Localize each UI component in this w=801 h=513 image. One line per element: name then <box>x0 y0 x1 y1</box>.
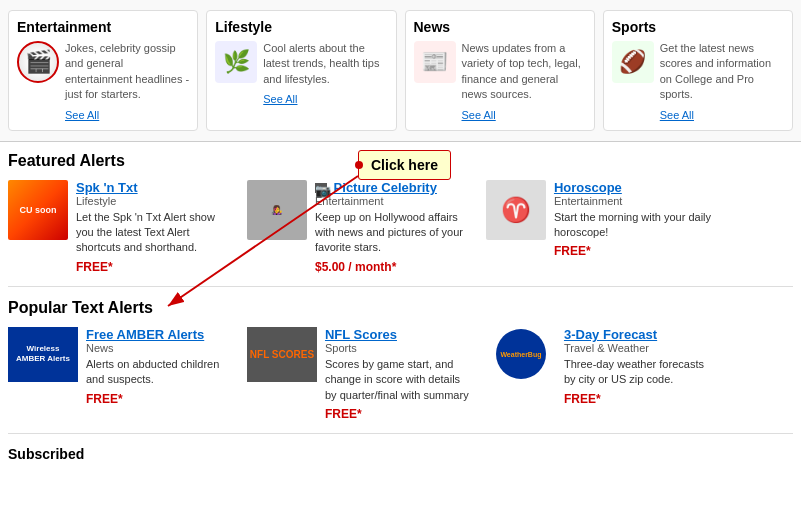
nfl-desc: Scores by game start, and change in scor… <box>325 357 474 403</box>
category-title-lifestyle: Lifestyle <box>215 19 387 35</box>
featured-alerts-grid: CU soon Spk 'n Txt Lifestyle Let the Spk… <box>8 180 793 274</box>
sports-icon: 🏈 <box>612 41 654 83</box>
subscribed-label: Subscribed <box>8 446 793 462</box>
popular-alerts-grid: Wireless AMBER Alerts Free AMBER Alerts … <box>8 327 793 421</box>
category-card-news: News 📰 News updates from a variety of to… <box>405 10 595 131</box>
spk-thumb-text: CU soon <box>20 205 57 215</box>
popular-item-weather: WeatherBug 3-Day Forecast Travel & Weath… <box>486 327 713 421</box>
category-desc-news: News updates from a variety of top tech,… <box>462 41 586 103</box>
celeb-title[interactable]: 📷 Picture Celebrity <box>315 180 474 195</box>
celeb-thumb: 👩‍🎤 <box>247 180 307 240</box>
category-title-entertainment: Entertainment <box>17 19 189 35</box>
nfl-price: FREE* <box>325 407 474 421</box>
entertainment-icon: 🎬 <box>17 41 59 83</box>
spk-price: FREE* <box>76 260 235 274</box>
nfl-thumb: NFL SCORES <box>247 327 317 382</box>
category-card-entertainment: Entertainment 🎬 Jokes, celebrity gossip … <box>8 10 198 131</box>
amber-title[interactable]: Free AMBER Alerts <box>86 327 235 342</box>
lifestyle-icon: 🌿 <box>215 41 257 83</box>
weather-desc: Three-day weather forecasts by city or U… <box>564 357 713 388</box>
see-all-lifestyle[interactable]: See All <box>263 93 297 105</box>
weather-thumb: WeatherBug <box>486 327 556 382</box>
weather-category: Travel & Weather <box>564 342 713 354</box>
news-icon: 📰 <box>414 41 456 83</box>
alert-item-spk-n-txt: CU soon Spk 'n Txt Lifestyle Let the Spk… <box>8 180 235 274</box>
category-title-news: News <box>414 19 586 35</box>
spk-title[interactable]: Spk 'n Txt <box>76 180 235 195</box>
popular-item-amber: Wireless AMBER Alerts Free AMBER Alerts … <box>8 327 235 421</box>
horoscope-price: FREE* <box>554 244 713 258</box>
see-all-sports[interactable]: See All <box>660 109 694 121</box>
callout-box[interactable]: Click here <box>358 150 451 180</box>
category-card-lifestyle: Lifestyle 🌿 Cool alerts about the latest… <box>206 10 396 131</box>
amber-desc: Alerts on abducted children and suspects… <box>86 357 235 388</box>
horoscope-thumb: ♈ <box>486 180 546 240</box>
amber-category: News <box>86 342 235 354</box>
main-content: Featured Alerts Click here CU soon <box>0 142 801 472</box>
callout-container: Click here <box>358 150 451 180</box>
callout-dot <box>355 161 363 169</box>
categories-row: Entertainment 🎬 Jokes, celebrity gossip … <box>0 0 801 142</box>
spk-desc: Let the Spk 'n Txt Alert show you the la… <box>76 210 235 256</box>
weatherbug-text: WeatherBug <box>498 349 543 360</box>
weatherbug-logo: WeatherBug <box>496 329 546 379</box>
celeb-desc: Keep up on Hollywood affairs with news a… <box>315 210 474 256</box>
weather-title[interactable]: 3-Day Forecast <box>564 327 713 342</box>
see-all-entertainment[interactable]: See All <box>65 109 99 121</box>
amber-thumb: Wireless AMBER Alerts <box>8 327 78 382</box>
category-desc-entertainment: Jokes, celebrity gossip and general ente… <box>65 41 189 103</box>
horoscope-category: Entertainment <box>554 195 713 207</box>
nfl-title[interactable]: NFL Scores <box>325 327 474 342</box>
horoscope-desc: Start the morning with your daily horosc… <box>554 210 713 241</box>
amber-price: FREE* <box>86 392 235 406</box>
alert-item-horoscope: ♈ Horoscope Entertainment Start the morn… <box>486 180 713 274</box>
celeb-price: $5.00 / month* <box>315 260 474 274</box>
weather-price: FREE* <box>564 392 713 406</box>
horoscope-title[interactable]: Horoscope <box>554 180 713 195</box>
section-divider-2 <box>8 433 793 434</box>
category-desc-sports: Get the latest news scores and informati… <box>660 41 784 103</box>
alert-item-extra <box>725 180 793 274</box>
category-card-sports: Sports 🏈 Get the latest news scores and … <box>603 10 793 131</box>
nfl-category: Sports <box>325 342 474 354</box>
category-desc-lifestyle: Cool alerts about the latest trends, hea… <box>263 41 387 87</box>
spk-category: Lifestyle <box>76 195 235 207</box>
alert-item-picture-celebrity: 👩‍🎤 📷 Picture Celebrity Entertainment Ke… <box>247 180 474 274</box>
amber-thumb-text: Wireless AMBER Alerts <box>11 344 75 365</box>
popular-item-extra <box>725 327 793 421</box>
camera-icon: 📷 <box>315 183 327 193</box>
popular-section-title: Popular Text Alerts <box>8 299 793 317</box>
spk-thumb: CU soon <box>8 180 68 240</box>
nfl-thumb-text: NFL SCORES <box>250 349 314 360</box>
celeb-category: Entertainment <box>315 195 474 207</box>
category-title-sports: Sports <box>612 19 784 35</box>
section-divider <box>8 286 793 287</box>
see-all-news[interactable]: See All <box>462 109 496 121</box>
callout-text: Click here <box>371 157 438 173</box>
popular-item-nfl: NFL SCORES NFL Scores Sports Scores by g… <box>247 327 474 421</box>
